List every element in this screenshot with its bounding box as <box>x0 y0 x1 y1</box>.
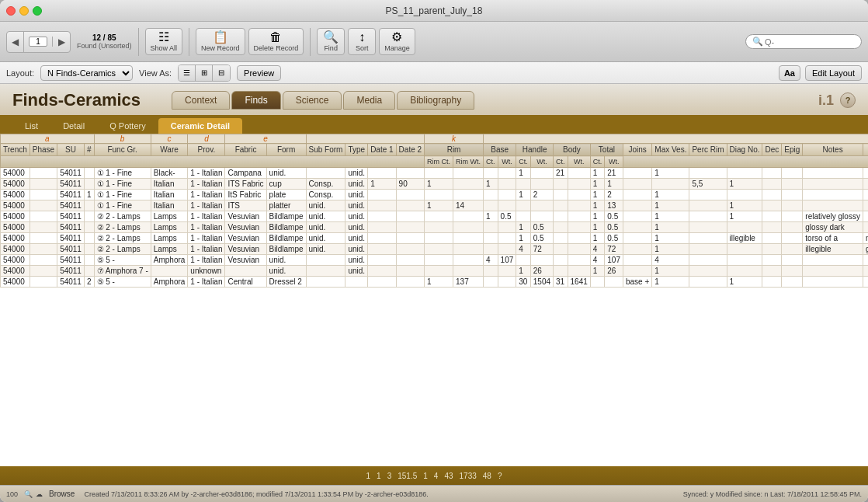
table-cell: ① 1 - Fine <box>94 179 151 190</box>
table-cell: illegible <box>727 233 762 244</box>
content-header: Finds-Ceramics Context Finds Science Med… <box>0 84 868 115</box>
subtab-list[interactable]: List <box>12 118 50 134</box>
col-dec: Dec <box>762 144 782 156</box>
table-cell <box>30 190 57 200</box>
tab-finds[interactable]: Finds <box>231 91 280 110</box>
table-row[interactable]: 5400054011② 2 - LampsLamps1 - ItalianVes… <box>1 244 869 255</box>
table-cell: Italian <box>151 200 188 211</box>
table-row[interactable]: 5400054011① 1 - FineItalian1 - ItalianIT… <box>1 200 869 211</box>
preview-button[interactable]: Preview <box>237 65 281 81</box>
table-cell: 1 <box>425 179 453 190</box>
table-cell <box>84 244 94 255</box>
tab-bibliography[interactable]: Bibliography <box>397 91 474 110</box>
find-icon: 🔍 <box>323 31 339 44</box>
search-input[interactable] <box>765 37 855 47</box>
find-button[interactable]: 🔍 Find <box>317 28 345 55</box>
table-cell <box>605 277 623 288</box>
table-cell <box>396 277 424 288</box>
table-cell <box>689 168 727 179</box>
table-row[interactable]: 54000540111① 1 - FineItalian1 - ItalianI… <box>1 190 869 200</box>
table-cell <box>484 190 498 200</box>
view-list-button[interactable]: ☰ <box>179 65 196 81</box>
status-totals: 113151.51443173348? <box>366 472 502 480</box>
col-form: Form <box>266 144 306 156</box>
table-row[interactable]: 5400054011① 1 - FineBlack-1 - ItalianCam… <box>1 168 869 179</box>
table-row[interactable]: 5400054011② 2 - LampsLamps1 - ItalianVes… <box>1 233 869 244</box>
tab-context[interactable]: Context <box>172 91 230 110</box>
subtab-ceramic-detail[interactable]: Ceramic Detail <box>158 118 242 134</box>
table-cell: 1 <box>652 244 689 255</box>
table-cell: unid. <box>306 200 345 211</box>
table-row[interactable]: 5400054011② 2 - LampsLamps1 - ItalianVes… <box>1 211 869 222</box>
table-cell <box>396 244 424 255</box>
layout-select[interactable]: N Finds-Ceramics <box>40 65 133 81</box>
found-sub: Found (Unsorted) <box>77 42 132 50</box>
table-cell <box>727 244 762 255</box>
table-cell: 1 <box>652 266 689 277</box>
table-row[interactable]: 5400054011⑦ Amphora 7 -unknownunid.unid.… <box>1 266 869 277</box>
subtab-detail[interactable]: Detail <box>50 118 97 134</box>
table-cell <box>345 277 368 288</box>
search-box[interactable]: 🔍 <box>745 34 862 49</box>
subtab-qpottery[interactable]: Q Pottery <box>97 118 158 134</box>
table-cell: unid. <box>345 233 368 244</box>
total-item-4: 1 <box>423 472 428 480</box>
table-cell <box>396 190 424 200</box>
zoom-icon: 🔍 <box>24 490 33 498</box>
layout-label: Layout: <box>6 68 34 78</box>
table-cell <box>554 211 568 222</box>
text-size-button[interactable]: Aa <box>779 65 800 81</box>
sub-col-body-ct: Ct. <box>554 156 568 168</box>
table-cell <box>568 222 590 233</box>
close-button[interactable] <box>6 6 16 16</box>
minimize-button[interactable] <box>19 6 29 16</box>
manage-icon: ⚙ <box>391 31 402 44</box>
table-cell <box>689 266 727 277</box>
table-cell: 0.5 <box>605 211 623 222</box>
table-cell <box>803 190 863 200</box>
view-grid-button[interactable]: ⊟ <box>213 65 230 81</box>
table-row[interactable]: 5400054011② 2 - LampsLamps1 - ItalianVes… <box>1 222 869 233</box>
table-cell <box>530 255 553 266</box>
table-row[interactable]: 5400054011⑤ 5 -Amphora1 - ItalianVesuvia… <box>1 255 869 266</box>
table-cell <box>554 255 568 266</box>
table-cell <box>689 200 727 211</box>
sort-button[interactable]: ↕ Sort <box>348 28 376 55</box>
table-cell: unid. <box>345 190 368 200</box>
table-cell <box>396 233 424 244</box>
table-cell <box>425 266 453 277</box>
view-detail-button[interactable]: ⊞ <box>196 65 213 81</box>
table-cell <box>484 244 498 255</box>
table-row[interactable]: 54000540112⑤ 5 -Amphora1 - ItalianCentra… <box>1 277 869 288</box>
table-cell <box>368 277 396 288</box>
col-perc-rim: Perc Rim <box>689 144 727 156</box>
nav-forward-button[interactable]: ▶ <box>53 32 70 52</box>
help-button[interactable]: ? <box>840 92 856 108</box>
show-all-button[interactable]: ☷ Show All <box>145 28 183 55</box>
table-cell <box>568 211 590 222</box>
new-record-button[interactable]: 📋 New Record <box>196 28 245 55</box>
main-content: Finds-Ceramics Context Finds Science Med… <box>0 84 868 485</box>
table-cell: Bildlampe <box>266 233 306 244</box>
table-cell <box>623 168 652 179</box>
total-item-7: 1733 <box>460 472 477 480</box>
table-cell <box>453 190 484 200</box>
delete-record-button[interactable]: 🗑 Delete Record <box>248 28 304 55</box>
total-item-2: 3 <box>387 472 392 480</box>
table-cell: Bildlampe <box>266 244 306 255</box>
edit-layout-button[interactable]: Edit Layout <box>805 65 862 81</box>
table-cell: ⑤ 5 - <box>94 255 151 266</box>
tab-media[interactable]: Media <box>343 91 395 110</box>
nav-back-button[interactable]: ◀ <box>7 32 24 52</box>
manage-button[interactable]: ⚙ Manage <box>379 28 415 55</box>
table-container[interactable]: a b c d e k Trench Phase SU # Fu <box>0 134 868 466</box>
current-record[interactable]: 1 <box>29 37 47 47</box>
zoom-window-button[interactable] <box>33 6 42 16</box>
table-row[interactable]: 5400054011① 1 - FineItalian1 - ItalianIT… <box>1 179 869 190</box>
table-cell <box>516 179 531 190</box>
tab-science[interactable]: Science <box>283 91 342 110</box>
table-cell: 54011 <box>57 190 85 200</box>
table-cell <box>554 190 568 200</box>
table-cell: ① 1 - Fine <box>94 200 151 211</box>
table-cell <box>863 266 868 277</box>
